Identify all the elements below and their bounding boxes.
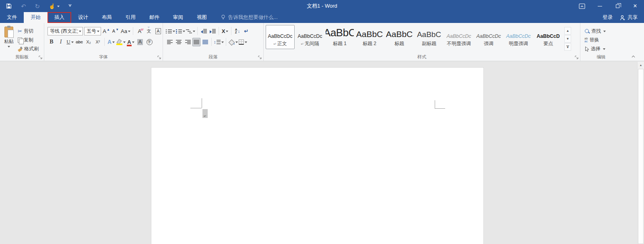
collapse-ribbon-button[interactable] xyxy=(632,55,635,58)
asian-layout-button[interactable]: X xyxy=(221,27,229,35)
bullets-button[interactable] xyxy=(166,27,175,35)
align-center-button[interactable] xyxy=(175,38,183,46)
scrollbar-thumb[interactable] xyxy=(638,69,644,244)
redo-button[interactable]: ↻ xyxy=(35,0,40,12)
character-shading-button[interactable]: A xyxy=(136,38,144,46)
borders-button[interactable] xyxy=(239,38,247,46)
touch-mouse-mode-button[interactable]: ☝ xyxy=(49,0,60,12)
increase-indent-button[interactable] xyxy=(208,27,217,35)
character-border-button[interactable]: A xyxy=(154,27,162,35)
ribbon-display-options-button[interactable] xyxy=(573,0,591,12)
shrink-font-button[interactable]: A▼ xyxy=(111,27,120,35)
multilevel-list-button[interactable] xyxy=(186,27,195,35)
cut-button[interactable]: ✂ 剪切 xyxy=(18,27,39,35)
style-title[interactable]: AaBbC 标题 xyxy=(385,25,414,49)
paragraph-row-1: X AZ ↓ ↵ xyxy=(163,26,263,36)
tab-design[interactable]: 设计 xyxy=(71,12,95,23)
gallery-more-button[interactable]: ▼ xyxy=(564,43,571,51)
paragraph-dialog-launcher[interactable] xyxy=(257,55,262,60)
font-dialog-launcher[interactable] xyxy=(157,55,161,60)
chevron-down-icon xyxy=(69,5,71,8)
clear-formatting-button[interactable]: A xyxy=(136,27,144,35)
change-case-button[interactable]: Aa xyxy=(121,27,130,35)
strikethrough-icon: abc xyxy=(76,39,83,44)
tab-layout[interactable]: 布局 xyxy=(95,12,119,23)
gallery-row-up-button[interactable]: ▲ xyxy=(564,27,571,35)
tab-references[interactable]: 引用 xyxy=(119,12,142,23)
style-strong[interactable]: AaBbCcD 要点 xyxy=(534,25,563,49)
paint-bucket-icon xyxy=(228,39,235,45)
style-no-spacing[interactable]: AaBbCcDc ↵无间隔 xyxy=(295,25,324,49)
style-normal[interactable]: AaBbCcDc ↵正文 xyxy=(266,25,295,49)
close-button[interactable]: × xyxy=(626,0,644,12)
copy-button[interactable]: 复制 xyxy=(18,36,39,44)
restore-button[interactable] xyxy=(609,0,626,12)
align-left-button[interactable] xyxy=(166,38,174,46)
tab-insert[interactable]: 插入 xyxy=(47,12,71,23)
window-title: 文档1 - Word xyxy=(0,2,644,10)
styles-dialog-launcher[interactable] xyxy=(574,55,579,60)
tab-review[interactable]: 审阅 xyxy=(166,12,190,23)
font-size-combo[interactable]: 五号 xyxy=(84,27,101,35)
text-effects-button[interactable]: A xyxy=(107,38,115,46)
tab-view[interactable]: 视图 xyxy=(190,12,214,23)
align-right-button[interactable] xyxy=(184,38,192,46)
tab-file[interactable]: 文件 xyxy=(0,12,24,23)
subscript-button[interactable]: X₂ xyxy=(85,38,93,46)
superscript-icon: X² xyxy=(96,39,100,44)
share-button[interactable]: 共享 xyxy=(620,14,638,21)
phonetic-guide-button[interactable]: 文 xyxy=(145,27,153,35)
tab-home[interactable]: 开始 xyxy=(24,12,47,23)
format-painter-icon xyxy=(18,46,23,52)
minimize-button[interactable] xyxy=(591,0,609,12)
justify-button[interactable] xyxy=(192,38,200,46)
align-right-icon xyxy=(185,40,191,44)
style-subtle-emphasis[interactable]: AaBbCcDc 不明显强调 xyxy=(444,25,473,49)
font-name-combo[interactable]: 等线 (西文正文 xyxy=(47,27,83,35)
scroll-up-button[interactable]: ▲ xyxy=(638,62,644,68)
multilevel-list-icon xyxy=(186,29,192,33)
undo-button[interactable]: ↶ xyxy=(21,0,26,12)
find-button[interactable]: 查找 xyxy=(584,27,622,35)
style-emphasis[interactable]: AaBbCcDc 强调 xyxy=(474,25,503,49)
document-page[interactable]: ↵ xyxy=(151,67,484,244)
format-painter-button[interactable]: 格式刷 xyxy=(18,45,39,53)
font-color-button[interactable]: A xyxy=(127,38,135,46)
decrease-indent-button[interactable] xyxy=(200,27,208,35)
enclose-characters-button[interactable]: 字 xyxy=(145,38,153,46)
bold-button[interactable]: B xyxy=(47,38,56,46)
italic-button[interactable]: I xyxy=(57,38,65,46)
show-hide-marks-button[interactable]: ↵ xyxy=(242,27,250,35)
line-spacing-button[interactable]: ↕ xyxy=(214,38,224,46)
strikethrough-button[interactable]: abc xyxy=(75,38,83,46)
save-button[interactable] xyxy=(6,0,12,12)
text-cursor-block[interactable]: ↵ xyxy=(202,109,208,118)
sort-button[interactable]: AZ ↓ xyxy=(233,27,242,35)
style-intense-emphasis[interactable]: AaBbCcDc 明显强调 xyxy=(504,25,533,49)
align-center-icon xyxy=(176,40,182,44)
customize-qat-button[interactable] xyxy=(68,0,72,12)
replace-button[interactable]: ab ac 替换 xyxy=(584,36,622,44)
numbered-list-icon xyxy=(176,29,182,33)
shading-button[interactable] xyxy=(228,38,238,46)
text-highlight-button[interactable] xyxy=(116,38,126,46)
distribute-button[interactable] xyxy=(201,38,209,46)
clipboard-group-label: 剪贴板 xyxy=(0,54,44,60)
tell-me-box[interactable]: 告诉我您想要做什么... xyxy=(221,12,278,23)
gallery-row-down-button[interactable]: ▼ xyxy=(564,35,571,43)
font-group-label: 字体 xyxy=(44,54,163,60)
underline-button[interactable]: U xyxy=(66,38,74,46)
style-heading-1[interactable]: AaBbC 标题 1 xyxy=(325,25,354,49)
subscript-icon: X₂ xyxy=(86,39,91,44)
select-button[interactable]: 选择 xyxy=(584,45,622,53)
numbering-button[interactable] xyxy=(176,27,185,35)
style-subtitle[interactable]: AaBbC 副标题 xyxy=(415,25,444,49)
sign-in-button[interactable]: 登录 xyxy=(603,14,613,21)
superscript-button[interactable]: X² xyxy=(94,38,102,46)
tab-mailings[interactable]: 邮件 xyxy=(142,12,166,23)
dialog-launcher-icon xyxy=(157,56,161,59)
grow-font-button[interactable]: A▲ xyxy=(102,27,110,35)
clipboard-dialog-launcher[interactable] xyxy=(38,55,43,60)
vertical-scrollbar[interactable]: ▲ xyxy=(637,62,644,244)
style-heading-2[interactable]: AaBbC 标题 2 xyxy=(355,25,384,49)
